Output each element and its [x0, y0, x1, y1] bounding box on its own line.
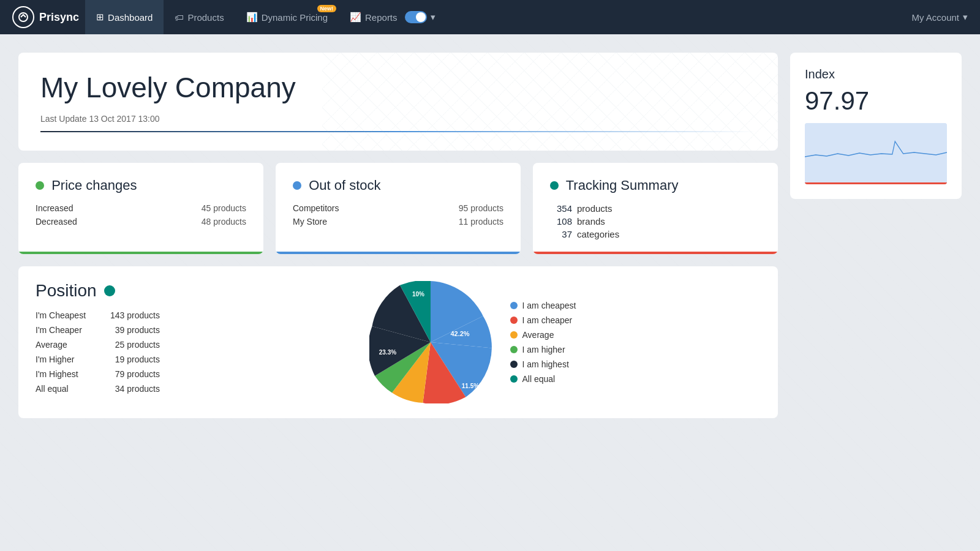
cheapest-label: I'm Cheapest [36, 310, 86, 320]
chevron-down-icon: ▾ [431, 12, 435, 23]
tracking-products-label: products [577, 203, 612, 214]
mystore-label: My Store [293, 217, 327, 227]
logo-icon [12, 6, 34, 28]
highest-value: 79 products [111, 369, 160, 379]
left-panel: My Lovely Company Last Update 13 Oct 201… [18, 53, 778, 418]
nav-reports[interactable]: 📈 Reports ▾ [339, 0, 447, 34]
cheaper-value: 39 products [111, 325, 160, 335]
legend-average: Average [510, 330, 576, 340]
pie-legend: I am cheapest I am cheaper Average [510, 301, 576, 384]
tracking-categories-num: 37 [550, 229, 572, 239]
grid-icon: ⊞ [96, 12, 104, 23]
svg-text:10%: 10% [412, 291, 424, 298]
out-of-stock-row-mystore: My Store 11 products [293, 217, 503, 227]
legend-highest-dot [510, 361, 518, 368]
equal-value: 34 products [111, 384, 160, 394]
out-of-stock-bottom-bar [276, 252, 521, 254]
average-label: Average [36, 340, 67, 350]
logo[interactable]: Prisync [12, 6, 79, 28]
mystore-value: 11 products [459, 217, 503, 227]
account-chevron-icon: ▾ [963, 12, 968, 23]
company-header-card: My Lovely Company Last Update 13 Oct 201… [18, 53, 778, 151]
chart-icon: 📈 [350, 12, 361, 23]
bar-chart-icon: 📊 [246, 12, 258, 23]
higher-label: I'm Higher [36, 354, 74, 364]
logo-text: Prisync [39, 11, 79, 24]
legend-higher: I am higher [510, 345, 576, 354]
nav-dashboard[interactable]: ⊞ Dashboard [85, 0, 164, 34]
price-changes-title: Price changes [36, 178, 246, 193]
legend-cheapest-dot [510, 302, 518, 309]
legend-cheaper-label: I am cheaper [522, 315, 573, 325]
main-content: My Lovely Company Last Update 13 Oct 201… [0, 34, 980, 437]
reports-toggle[interactable] [405, 11, 427, 23]
position-left: Position I'm Cheapest 143 products I'm C… [36, 281, 160, 403]
svg-text:42.2%: 42.2% [450, 330, 469, 337]
nav-products[interactable]: 🏷 Products [164, 0, 235, 34]
tracking-bottom-bar [533, 252, 778, 254]
nav-reports-label: Reports [365, 12, 398, 23]
legend-cheapest-label: I am cheapest [522, 301, 576, 310]
index-value: 97.97 [805, 86, 947, 116]
position-row-cheapest: I'm Cheapest 143 products [36, 310, 160, 320]
position-row-highest: I'm Highest 79 products [36, 369, 160, 379]
decreased-value: 48 products [202, 217, 246, 227]
nav-dynamic-pricing[interactable]: 📊 Dynamic Pricing New! [235, 0, 339, 34]
nav-dynamic-pricing-label: Dynamic Pricing [262, 12, 328, 23]
pie-chart: 42.2% 11.5% 23.3% 10% [369, 281, 492, 403]
tracking-summary-card: Tracking Summary 354 products 108 brands… [533, 163, 778, 254]
tracking-dot [550, 181, 559, 190]
price-changes-row-decreased: Decreased 48 products [36, 217, 246, 227]
tracking-brands-num: 108 [550, 216, 572, 227]
position-row-average: Average 25 products [36, 340, 160, 350]
index-chart-bottom-bar [805, 182, 947, 184]
stats-row: Price changes Increased 45 products Decr… [18, 163, 778, 254]
nav-dashboard-label: Dashboard [108, 12, 153, 23]
highest-label: I'm Highest [36, 369, 78, 379]
position-dot [104, 285, 115, 296]
cheapest-value: 143 products [110, 310, 160, 320]
out-of-stock-title: Out of stock [293, 178, 503, 193]
price-changes-row-increased: Increased 45 products [36, 203, 246, 213]
nav-products-label: Products [187, 12, 224, 23]
price-changes-dot [36, 181, 44, 190]
legend-average-label: Average [522, 330, 554, 340]
tracking-row-products: 354 products [550, 203, 761, 214]
legend-cheaper-dot [510, 317, 518, 324]
competitors-value: 95 products [459, 203, 503, 213]
tracking-brands-label: brands [577, 216, 605, 227]
legend-cheaper: I am cheaper [510, 315, 576, 325]
tracking-rows: 354 products 108 brands 37 categories [550, 203, 761, 239]
page-background: My Lovely Company Last Update 13 Oct 201… [0, 34, 980, 551]
price-changes-bottom-bar [18, 252, 263, 254]
tag-icon: 🏷 [175, 12, 184, 23]
price-changes-card: Price changes Increased 45 products Decr… [18, 163, 263, 254]
position-row-cheaper: I'm Cheaper 39 products [36, 325, 160, 335]
legend-cheapest: I am cheapest [510, 301, 576, 310]
increased-value: 45 products [202, 203, 246, 213]
out-of-stock-card: Out of stock Competitors 95 products My … [276, 163, 521, 254]
legend-highest-label: I am highest [522, 359, 569, 369]
tracking-summary-title: Tracking Summary [550, 178, 761, 193]
legend-equal-dot [510, 375, 518, 383]
index-card: Index 97.97 [790, 53, 962, 199]
svg-text:11.5%: 11.5% [461, 383, 478, 389]
right-panel: Index 97.97 [790, 53, 962, 418]
tracking-categories-label: categories [577, 229, 619, 239]
legend-highest: I am highest [510, 359, 576, 369]
svg-text:23.3%: 23.3% [379, 349, 396, 356]
cheaper-label: I'm Cheaper [36, 325, 82, 335]
position-section: Position I'm Cheapest 143 products I'm C… [18, 266, 778, 418]
higher-value: 19 products [111, 354, 160, 364]
position-row-equal: All equal 34 products [36, 384, 160, 394]
my-account-menu[interactable]: My Account ▾ [911, 12, 968, 23]
legend-average-dot [510, 331, 518, 339]
equal-label: All equal [36, 384, 69, 394]
position-title: Position [36, 281, 160, 301]
decreased-label: Decreased [36, 217, 77, 227]
tracking-row-brands: 108 brands [550, 216, 761, 227]
my-account-label: My Account [911, 12, 959, 23]
tracking-row-categories: 37 categories [550, 229, 761, 239]
out-of-stock-dot [293, 181, 301, 190]
navbar: Prisync ⊞ Dashboard 🏷 Products 📊 Dynamic… [0, 0, 980, 34]
